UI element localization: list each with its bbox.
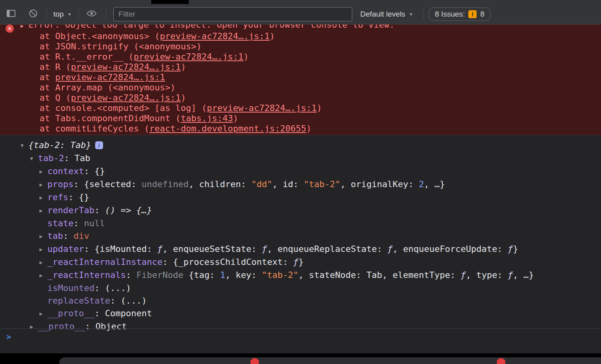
stack-frame-text: ) bbox=[306, 124, 312, 133]
stack-frame: at Object.<anonymous> (preview-ac72824….… bbox=[0, 31, 601, 41]
expand-triangle-icon[interactable]: ▼ bbox=[30, 152, 38, 165]
log-levels-label: Default levels bbox=[360, 10, 405, 19]
source-link[interactable]: tabs.js:43 bbox=[181, 113, 233, 123]
stack-frame: at JSON.stringify (<anonymous>) bbox=[0, 41, 601, 52]
source-link[interactable]: react-dom.development.js:20655 bbox=[149, 124, 306, 133]
value-segment: ƒ bbox=[508, 244, 513, 254]
source-link[interactable]: preview-ac72824….js:1 bbox=[71, 62, 180, 72]
value-segment: div bbox=[73, 231, 89, 241]
info-icon: i bbox=[95, 141, 103, 149]
stack-trace: at Object.<anonymous> (preview-ac72824….… bbox=[0, 31, 601, 134]
console-sidebar-toggle-button[interactable] bbox=[6, 9, 17, 20]
source-link[interactable]: preview-ac72824….js:1 bbox=[133, 52, 243, 62]
expand-triangle-icon[interactable]: ▶ bbox=[39, 269, 47, 282]
value-segment: props bbox=[47, 179, 73, 189]
value-segment: : {} bbox=[68, 192, 89, 202]
stack-frame-text: ) bbox=[270, 31, 275, 41]
expand-triangle-icon[interactable]: ▶ bbox=[39, 165, 47, 178]
object-tree-row[interactable]: ▼{tab-2: Tab}i bbox=[0, 139, 601, 152]
object-tree-row[interactable]: ▶updater: {isMounted: ƒ, enqueueSetState… bbox=[0, 243, 601, 256]
value-segment: : bbox=[94, 205, 105, 215]
top-black-notch bbox=[151, 0, 189, 4]
value-segment: isMounted bbox=[47, 283, 94, 293]
log-levels-selector[interactable]: Default levels ▼ bbox=[360, 10, 413, 19]
expand-triangle-icon[interactable]: ▶ bbox=[39, 243, 47, 256]
source-link[interactable]: preview-ac72824….js:1 bbox=[55, 72, 165, 82]
console-error-group: ✕ ▶Error: Object too large to inspect. O… bbox=[0, 24, 601, 135]
expand-triangle-icon[interactable]: ▶ bbox=[39, 205, 47, 217]
property-content: _reactInternalInstance: {_processChildCo… bbox=[47, 257, 304, 267]
expand-triangle-icon[interactable]: ▶ bbox=[39, 230, 47, 243]
stack-frame: at commitLifeCycles (react-dom.developme… bbox=[0, 124, 601, 134]
object-tree-row[interactable]: ▶context: {} bbox=[0, 165, 601, 178]
stack-frame-text: at R.t.__error__ ( bbox=[39, 52, 133, 62]
stack-frame: at R.t.__error__ (preview-ac72824….js:1) bbox=[0, 52, 601, 62]
value-segment: : (...) bbox=[94, 283, 131, 293]
stack-frame-text: at Object.<anonymous> ( bbox=[39, 31, 160, 41]
value-segment: : {isMounted: bbox=[84, 244, 157, 254]
object-tree-row[interactable]: ▶_reactInternals: FiberNode {tag: 1, key… bbox=[0, 269, 601, 282]
toolbar-divider bbox=[423, 9, 424, 19]
object-tree-row[interactable]: ▼tab-2: Tab bbox=[0, 152, 601, 165]
object-tree-row[interactable]: ▶tab: div bbox=[0, 230, 601, 243]
object-tree-row: isMounted: (...) bbox=[0, 282, 601, 295]
object-tree-row[interactable]: ▶renderTab: () => {…} bbox=[0, 204, 601, 217]
value-segment: , type: bbox=[466, 270, 508, 280]
issues-button[interactable]: 8 Issues: ! 8 bbox=[429, 8, 490, 21]
expand-triangle-icon[interactable]: ▶ bbox=[39, 308, 47, 320]
value-segment: tab-2 bbox=[38, 153, 64, 163]
frame-context-selector[interactable]: top ▼ bbox=[53, 10, 71, 19]
live-expression-button[interactable] bbox=[86, 9, 97, 20]
expand-triangle-icon[interactable]: ▶ bbox=[39, 178, 47, 191]
source-link[interactable]: preview-ac72824….js:1 bbox=[160, 31, 270, 41]
console-prompt[interactable]: > bbox=[0, 328, 601, 353]
value-segment: replaceState bbox=[47, 296, 110, 306]
value-segment: 2 bbox=[419, 179, 424, 189]
value-segment: FiberNode bbox=[136, 270, 188, 280]
property-content: refs: {} bbox=[47, 192, 89, 202]
stack-frame-text: ) bbox=[181, 93, 186, 103]
error-message-row[interactable]: ▶Error: Object too large to inspect. Ope… bbox=[0, 24, 601, 31]
expand-triangle-icon[interactable]: ▶ bbox=[39, 191, 47, 204]
source-link[interactable]: preview-ac72824….js:1 bbox=[207, 103, 317, 113]
expand-triangle-icon[interactable]: ▼ bbox=[21, 139, 28, 152]
clear-console-button[interactable] bbox=[28, 9, 39, 20]
value-segment: : Component bbox=[94, 308, 152, 318]
value-segment: : {_processChildContext: bbox=[162, 257, 293, 267]
logged-object-tree: ▼{tab-2: Tab}i ▼tab-2: Tab ▶context: {} … bbox=[0, 135, 601, 328]
source-link[interactable]: preview-ac72824….js:1 bbox=[71, 93, 180, 103]
property-content: updater: {isMounted: ƒ, enqueueSetState:… bbox=[47, 244, 518, 254]
sidebar-icon bbox=[6, 8, 16, 20]
stack-frame-text: at console.<computed> [as log] ( bbox=[39, 103, 207, 113]
value-segment: } bbox=[299, 257, 304, 267]
expand-triangle-icon[interactable]: ▶ bbox=[39, 256, 47, 269]
value-segment: "tab-2" bbox=[304, 179, 340, 189]
object-tree-row[interactable]: ▶props: {selected: undefined, children: … bbox=[0, 178, 601, 191]
expand-triangle-icon[interactable]: ▶ bbox=[21, 24, 28, 31]
value-segment: "tab-2" bbox=[262, 270, 299, 280]
value-segment: : bbox=[63, 231, 74, 241]
stack-frame-text: ) bbox=[181, 62, 186, 72]
value-segment: , …} bbox=[424, 179, 445, 189]
value-segment: ƒ bbox=[293, 257, 299, 267]
value-segment: ƒ bbox=[157, 244, 162, 254]
value-segment: , enqueueForceUpdate: bbox=[393, 244, 507, 254]
value-segment: {tag: bbox=[189, 270, 220, 280]
stack-frame-text: at JSON.stringify (<anonymous>) bbox=[39, 41, 202, 51]
value-segment: state bbox=[47, 218, 73, 228]
value-segment: , originalKey: bbox=[340, 179, 419, 189]
object-tree-row[interactable]: ▶_reactInternalInstance: {_processChildC… bbox=[0, 256, 601, 269]
stack-frame: at console.<computed> [as log] (preview-… bbox=[0, 103, 601, 113]
object-tree-row[interactable]: ▶__proto__: Component bbox=[0, 307, 601, 320]
stack-frame: at Tabs.componentDidMount (tabs.js:43) bbox=[0, 113, 601, 124]
stack-frame-text: at Tabs.componentDidMount ( bbox=[39, 113, 181, 123]
value-segment: ƒ bbox=[262, 244, 267, 254]
stack-frame-text: at R ( bbox=[39, 62, 71, 72]
error-message-text: Error: Object too large to inspect. Open… bbox=[28, 24, 394, 30]
value-segment: , enqueueReplaceState: bbox=[267, 244, 387, 254]
error-icon: ✕ bbox=[6, 24, 14, 33]
stack-frame-text: at Array.map (<anonymous>) bbox=[39, 83, 175, 92]
value-segment: undefined bbox=[141, 179, 188, 189]
filter-input[interactable] bbox=[113, 7, 352, 21]
object-tree-row[interactable]: ▶refs: {} bbox=[0, 191, 601, 204]
